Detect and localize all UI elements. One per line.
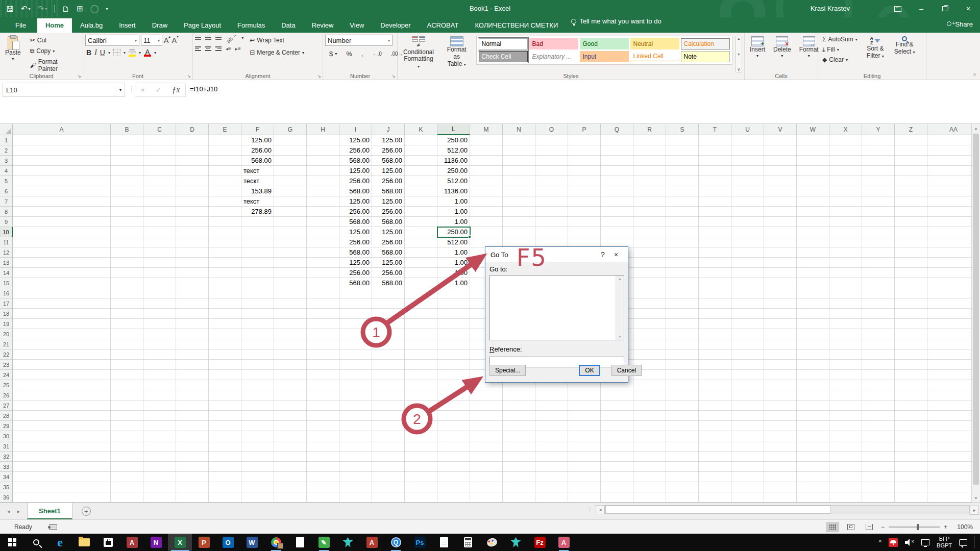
- cell-G26[interactable]: [274, 390, 307, 400]
- cell-P3[interactable]: [568, 156, 601, 166]
- cell-T3[interactable]: [699, 156, 731, 166]
- cell-T28[interactable]: [699, 411, 731, 421]
- cell-P1[interactable]: [568, 135, 601, 145]
- cell-Q35[interactable]: [601, 482, 633, 492]
- vertical-scroll-thumb[interactable]: [973, 134, 979, 485]
- formula-text[interactable]: =I10+J10: [190, 85, 217, 93]
- cell-T25[interactable]: [699, 380, 731, 390]
- cell-M26[interactable]: [470, 390, 503, 400]
- column-header-d[interactable]: D: [176, 124, 209, 135]
- cell-J2[interactable]: 256.00: [372, 145, 405, 156]
- cell-X4[interactable]: [829, 166, 862, 176]
- cell-M11[interactable]: [470, 237, 503, 247]
- cell-J30[interactable]: [372, 431, 405, 441]
- cell-C23[interactable]: [143, 360, 176, 370]
- cell-Z10[interactable]: [895, 227, 927, 237]
- show-desktop-divider[interactable]: [974, 536, 975, 548]
- cell-W23[interactable]: [797, 360, 829, 370]
- clear-button[interactable]: ◆ Clear ▾: [820, 55, 860, 64]
- cell-G9[interactable]: [274, 217, 307, 227]
- tab-home[interactable]: Home: [37, 18, 72, 33]
- cell-N29[interactable]: [503, 421, 535, 431]
- cell-K31[interactable]: [405, 441, 437, 452]
- record-macro-icon[interactable]: [50, 524, 57, 530]
- cell-S36[interactable]: [666, 492, 699, 503]
- cell-J34[interactable]: [372, 472, 405, 482]
- cell-S6[interactable]: [666, 186, 699, 196]
- cell-K17[interactable]: [405, 298, 437, 309]
- cell-X8[interactable]: [829, 207, 862, 217]
- cell-B7[interactable]: [111, 196, 143, 207]
- cell-C26[interactable]: [143, 390, 176, 400]
- cell-I31[interactable]: [339, 441, 372, 452]
- cell-K24[interactable]: [405, 370, 437, 380]
- cell-R18[interactable]: [633, 309, 666, 319]
- cell-K4[interactable]: [405, 166, 437, 176]
- cell-T24[interactable]: [699, 370, 731, 380]
- orientation-button[interactable]: ab→: [225, 32, 238, 44]
- taskbar-q-app-icon[interactable]: Q: [384, 534, 408, 551]
- cell-A10[interactable]: [13, 227, 111, 237]
- cell-F35[interactable]: [241, 482, 274, 492]
- cell-K30[interactable]: [405, 431, 437, 441]
- cell-U3[interactable]: [731, 156, 764, 166]
- cell-G3[interactable]: [274, 156, 307, 166]
- cell-U9[interactable]: [731, 217, 764, 227]
- taskbar-notepad-icon[interactable]: [432, 534, 456, 551]
- font-color-button[interactable]: A: [144, 48, 151, 57]
- horizontal-scroll-thumb[interactable]: [605, 506, 831, 514]
- cell-E23[interactable]: [209, 360, 241, 370]
- cell-G23[interactable]: [274, 360, 307, 370]
- cell-L24[interactable]: [437, 370, 470, 380]
- cell-H13[interactable]: [307, 258, 339, 268]
- cell-T34[interactable]: [699, 472, 731, 482]
- cell-H21[interactable]: [307, 339, 339, 349]
- cell-L14[interactable]: 1.00: [437, 268, 470, 278]
- cell-R5[interactable]: [633, 176, 666, 186]
- cell-X23[interactable]: [829, 360, 862, 370]
- cell-B19[interactable]: [111, 319, 143, 329]
- row-header-4[interactable]: 4: [0, 166, 13, 176]
- cell-V22[interactable]: [764, 349, 797, 360]
- cell-P33[interactable]: [568, 462, 601, 472]
- cell-H25[interactable]: [307, 380, 339, 390]
- cell-P34[interactable]: [568, 472, 601, 482]
- cell-S10[interactable]: [666, 227, 699, 237]
- row-header-18[interactable]: 18: [0, 309, 13, 319]
- cell-style-input[interactable]: Input: [580, 51, 629, 62]
- cell-Y7[interactable]: [862, 196, 895, 207]
- cell-A33[interactable]: [13, 462, 111, 472]
- cell-W17[interactable]: [797, 298, 829, 309]
- cell-S20[interactable]: [666, 329, 699, 339]
- cell-G2[interactable]: [274, 145, 307, 156]
- cell-style-linked-cell[interactable]: Linked Cell: [630, 51, 679, 62]
- cell-E13[interactable]: [209, 258, 241, 268]
- cell-D25[interactable]: [176, 380, 209, 390]
- cell-U5[interactable]: [731, 176, 764, 186]
- cell-T20[interactable]: [699, 329, 731, 339]
- cell-V10[interactable]: [764, 227, 797, 237]
- cell-U4[interactable]: [731, 166, 764, 176]
- cell-V9[interactable]: [764, 217, 797, 227]
- cell-O8[interactable]: [535, 207, 568, 217]
- cell-V11[interactable]: [764, 237, 797, 247]
- cell-T12[interactable]: [699, 247, 731, 258]
- cell-Y8[interactable]: [862, 207, 895, 217]
- cell-Q34[interactable]: [601, 472, 633, 482]
- cell-O34[interactable]: [535, 472, 568, 482]
- taskbar-word-icon[interactable]: W: [240, 534, 264, 551]
- column-header-i[interactable]: I: [339, 124, 372, 135]
- font-dialog-launcher[interactable]: ↘: [187, 73, 191, 79]
- cell-P5[interactable]: [568, 176, 601, 186]
- cell-T17[interactable]: [699, 298, 731, 309]
- cell-Y6[interactable]: [862, 186, 895, 196]
- cell-U6[interactable]: [731, 186, 764, 196]
- cell-R31[interactable]: [633, 441, 666, 452]
- cell-X13[interactable]: [829, 258, 862, 268]
- underline-button[interactable]: U: [100, 48, 105, 57]
- cell-V14[interactable]: [764, 268, 797, 278]
- cell-M1[interactable]: [470, 135, 503, 145]
- cell-S22[interactable]: [666, 349, 699, 360]
- cell-H36[interactable]: [307, 492, 339, 503]
- cell-W36[interactable]: [797, 492, 829, 503]
